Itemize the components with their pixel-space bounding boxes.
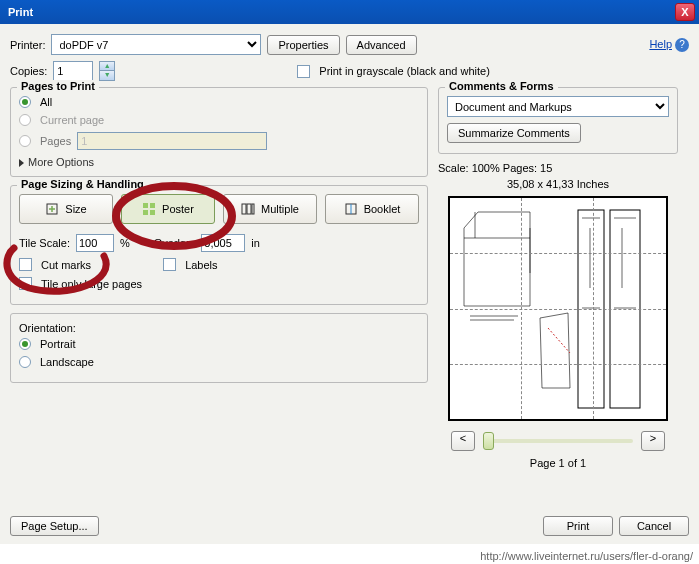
- poster-button[interactable]: Poster: [121, 194, 215, 224]
- properties-button[interactable]: Properties: [267, 35, 339, 55]
- pages-to-print-group: Pages to Print All Current page Pages Mo…: [10, 87, 428, 177]
- svg-rect-5: [242, 204, 246, 214]
- printer-label: Printer:: [10, 39, 45, 51]
- copies-label: Copies:: [10, 65, 47, 77]
- help-icon: ?: [675, 38, 689, 52]
- cutmarks-checkbox[interactable]: [19, 258, 32, 271]
- svg-rect-6: [247, 204, 251, 214]
- sizing-legend: Page Sizing & Handling: [17, 178, 148, 190]
- svg-line-11: [548, 328, 570, 353]
- print-button[interactable]: Print: [543, 516, 613, 536]
- svg-rect-7: [252, 204, 254, 214]
- comments-group: Comments & Forms Document and Markups Su…: [438, 87, 678, 154]
- scale-info: Scale: 100% Pages: 15: [438, 162, 678, 174]
- next-page-button[interactable]: >: [641, 431, 665, 451]
- booklet-button[interactable]: Booklet: [325, 194, 419, 224]
- window-title: Print: [4, 6, 675, 18]
- dimensions-label: 35,08 x 41,33 Inches: [438, 178, 678, 190]
- dialog-content: Printer: doPDF v7 Properties Advanced He…: [0, 24, 699, 544]
- grayscale-label: Print in grayscale (black and white): [319, 65, 490, 77]
- sizing-group: Page Sizing & Handling Size Poster Multi…: [10, 185, 428, 305]
- zoom-slider[interactable]: [483, 439, 633, 443]
- tile-scale-label: Tile Scale:: [19, 237, 70, 249]
- multiple-button[interactable]: Multiple: [223, 194, 317, 224]
- orientation-group: Orientation: Portrait Landscape: [10, 313, 428, 383]
- grayscale-checkbox[interactable]: [297, 65, 310, 78]
- pages-legend: Pages to Print: [17, 80, 99, 92]
- radio-current: [19, 114, 31, 126]
- preview-pane: [448, 196, 668, 421]
- overlap-label: Overlap:: [154, 237, 196, 249]
- svg-rect-2: [150, 203, 155, 208]
- summarize-button[interactable]: Summarize Comments: [447, 123, 581, 143]
- preview-drawing: [450, 198, 670, 423]
- orientation-label: Orientation:: [19, 322, 419, 334]
- comments-select[interactable]: Document and Markups: [447, 96, 669, 117]
- radio-pages: [19, 135, 31, 147]
- help-link[interactable]: Help?: [649, 38, 689, 52]
- radio-portrait[interactable]: [19, 338, 31, 350]
- pages-input[interactable]: [77, 132, 267, 150]
- printer-select[interactable]: doPDF v7: [51, 34, 261, 55]
- svg-rect-3: [143, 210, 148, 215]
- svg-rect-1: [143, 203, 148, 208]
- tile-scale-input[interactable]: [76, 234, 114, 252]
- overlap-input[interactable]: [201, 234, 245, 252]
- close-button[interactable]: X: [675, 3, 695, 21]
- advanced-button[interactable]: Advanced: [346, 35, 417, 55]
- size-button[interactable]: Size: [19, 194, 113, 224]
- cancel-button[interactable]: Cancel: [619, 516, 689, 536]
- titlebar: Print X: [0, 0, 699, 24]
- svg-rect-4: [150, 210, 155, 215]
- page-setup-button[interactable]: Page Setup...: [10, 516, 99, 536]
- prev-page-button[interactable]: <: [451, 431, 475, 451]
- copies-input[interactable]: [53, 61, 93, 81]
- comments-legend: Comments & Forms: [445, 80, 558, 92]
- copies-spinner[interactable]: ▲▼: [99, 61, 115, 81]
- page-indicator: Page 1 of 1: [438, 457, 678, 469]
- radio-landscape[interactable]: [19, 356, 31, 368]
- tileonly-checkbox[interactable]: [19, 277, 32, 290]
- radio-all[interactable]: [19, 96, 31, 108]
- source-url: http://www.liveinternet.ru/users/fler-d-…: [480, 550, 693, 562]
- more-options[interactable]: More Options: [19, 156, 419, 168]
- triangle-icon: [19, 159, 24, 167]
- labels-checkbox[interactable]: [163, 258, 176, 271]
